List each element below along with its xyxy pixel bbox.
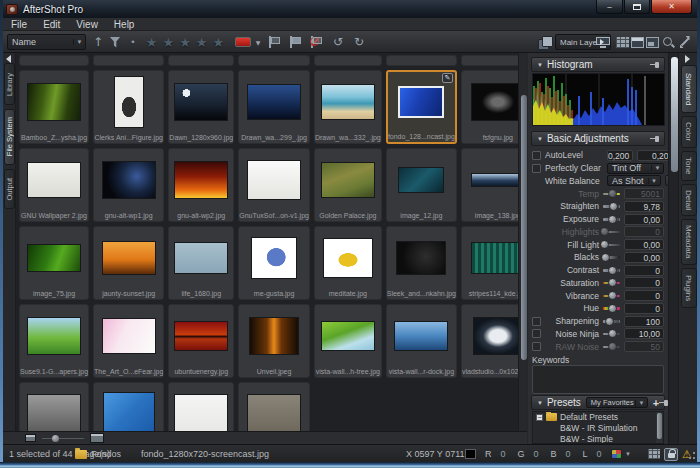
adjustment-value[interactable]: 0 <box>624 303 664 314</box>
large-thumbnails-icon[interactable] <box>90 433 104 443</box>
adjustment-slider[interactable] <box>603 329 620 339</box>
slider-knob[interactable] <box>608 278 617 287</box>
thumbnail-cell[interactable]: ✎ Dawn_1280x960.jpg <box>168 70 234 144</box>
star-icon[interactable]: ★ <box>212 35 224 50</box>
rotate-right-button[interactable]: ↻ <box>352 34 366 50</box>
panel-scrollbar[interactable] <box>668 53 678 444</box>
thumbnail-cell[interactable]: ✎ me-gusta.jpg <box>238 226 310 300</box>
thumbnail-cell[interactable]: ✎ Unveil.jpeg <box>238 304 310 378</box>
color-label-button[interactable] <box>234 34 252 50</box>
thumbnail-cell[interactable]: ✎ GNU Wallpaper 2.jpg <box>19 148 89 222</box>
adjustment-slider[interactable] <box>603 201 620 211</box>
collapse-icon[interactable]: ▼ <box>537 62 543 68</box>
thumbnail-cell[interactable]: ✎ gnu-alt-wp2.jpg <box>168 148 234 222</box>
adjustment-value[interactable]: 100 <box>624 316 664 327</box>
thumbnail-cell[interactable]: ✎ <box>314 55 382 66</box>
thumbnail-cell[interactable]: ✎ Drawn_wa...332_.jpg <box>314 70 382 144</box>
slider-knob[interactable] <box>608 342 617 351</box>
right-tab[interactable]: Detail <box>681 184 697 216</box>
color-label-dropdown[interactable]: ▼ <box>253 34 263 50</box>
adjustment-value[interactable]: 50 <box>624 341 664 352</box>
tree-expander-icon[interactable]: − <box>536 414 543 421</box>
thumbnail-cell[interactable]: ✎ <box>461 55 518 66</box>
collapse-icon[interactable]: ▼ <box>537 136 543 142</box>
thumbnail-cell[interactable]: ✎ ubuntuenergy.jpg <box>168 304 234 378</box>
star-icon[interactable]: ★ <box>179 35 191 50</box>
adjustment-checkbox[interactable] <box>532 329 541 338</box>
pin-icon[interactable] <box>659 399 660 407</box>
white-balance-dropdown[interactable]: As Shot ▼ <box>607 175 661 186</box>
menu-item[interactable]: View <box>76 19 98 30</box>
left-tab[interactable]: Library <box>4 63 15 105</box>
right-tab[interactable]: Color <box>681 116 697 148</box>
chevron-down-icon[interactable]: ▼ <box>625 451 631 457</box>
thumbnail-cell[interactable]: ✎ <box>19 382 89 431</box>
thumbnail-cell[interactable]: ✎ <box>386 55 457 66</box>
menu-item[interactable]: Help <box>114 19 135 30</box>
rating-none-button[interactable]: • <box>129 34 137 50</box>
thumbnail-cell[interactable]: ✎ <box>19 55 89 66</box>
adjustment-value[interactable]: 5001 <box>624 188 664 199</box>
slider-knob[interactable] <box>608 304 617 313</box>
color-profile-icon[interactable] <box>611 449 622 459</box>
thumbnail-cell[interactable]: ✎ fondo_128...ncast.jpg <box>386 70 457 144</box>
thumbnail-cell[interactable]: ✎ The_Art_O...eFear.jpg <box>93 304 164 378</box>
left-tab[interactable]: File System <box>4 109 15 165</box>
slider-knob[interactable] <box>608 291 617 300</box>
thumbnail-cell[interactable]: ✎ <box>238 382 310 431</box>
autolevel-checkbox[interactable] <box>532 151 541 160</box>
collapse-right-panel-icon[interactable] <box>685 55 690 63</box>
slider-knob[interactable] <box>600 227 609 236</box>
thumbnail-cell[interactable]: ✎ vladstudio...0x1024.jpg <box>461 304 518 378</box>
adjustment-checkbox[interactable] <box>532 317 541 326</box>
preset-item[interactable]: − B&W - Simple <box>533 433 663 444</box>
sort-by-dropdown[interactable]: Name ▼ <box>7 34 86 50</box>
star-icon[interactable]: ★ <box>163 35 175 50</box>
thumbnail-cell[interactable]: ✎ image_75.jpg <box>19 226 89 300</box>
slider-knob[interactable] <box>605 317 614 326</box>
slider-knob[interactable] <box>601 253 610 262</box>
basic-adjustments-section-header[interactable]: ▼ Basic Adjustments <box>531 131 665 146</box>
histogram-section-header[interactable]: ▼ Histogram <box>531 57 665 72</box>
thumbnail-cell[interactable]: ✎ <box>238 55 310 66</box>
adjustment-value[interactable]: 0 <box>624 265 664 276</box>
panel-scrollbar-thumb[interactable] <box>671 57 678 172</box>
adjustment-value[interactable]: 9,78 <box>624 201 664 212</box>
perfectly-clear-dropdown[interactable]: Tint Off ▼ <box>607 163 664 174</box>
collapse-icon[interactable]: ▼ <box>537 400 543 406</box>
slider-knob[interactable] <box>600 240 609 249</box>
title-bar[interactable]: AfterShot Pro – ✕ <box>0 0 700 18</box>
adjustment-slider[interactable] <box>603 240 620 250</box>
maximize-button[interactable] <box>624 0 650 14</box>
thumbnail-cell[interactable]: ✎ fsfgnu.jpg <box>461 70 518 144</box>
slider-knob[interactable] <box>608 329 617 338</box>
slider-knob[interactable] <box>609 202 618 211</box>
thumbnail-cell[interactable]: ✎ life_1680.jpg <box>168 226 234 300</box>
slider-knob[interactable] <box>608 266 617 275</box>
perfectly-clear-checkbox[interactable] <box>532 164 541 173</box>
presets-favorites-dropdown[interactable]: My Favorites ▼ <box>586 397 648 408</box>
thumbnail-size-slider[interactable] <box>42 434 84 442</box>
thumbnail-cell[interactable]: ✎ GnuTuxSof...on-v1.jpg <box>238 148 310 222</box>
presets-scrollbar-thumb[interactable] <box>657 413 662 439</box>
slider-knob[interactable] <box>608 189 617 198</box>
star-icon[interactable]: ★ <box>146 35 158 50</box>
grid-scrollbar-thumb[interactable] <box>521 95 527 360</box>
grid-toggle-icon[interactable] <box>648 449 660 459</box>
preview-view-button[interactable] <box>645 34 660 50</box>
thumbnail-cell[interactable]: ✎ Sleek_and...nkahn.jpg <box>386 226 457 300</box>
flag-reject-button[interactable] <box>308 34 322 50</box>
thumbnail-cell[interactable]: ✎ stripes114_kde.jpg <box>461 226 518 300</box>
current-folder[interactable]: Fondos <box>91 449 121 459</box>
adjustment-value[interactable]: 0 <box>624 226 664 237</box>
thumbnail-cell[interactable]: ✎ Clerks Ani...Figure.jpg <box>93 70 164 144</box>
menu-item[interactable]: Edit <box>43 19 60 30</box>
resize-grip[interactable] <box>686 451 696 461</box>
thumbnail-cell[interactable]: ✎ Suse9.1-G...apers.jpg <box>19 304 89 378</box>
keywords-input[interactable] <box>532 365 664 394</box>
adjustment-value[interactable]: 0,00 <box>624 252 664 263</box>
flag-pick-button[interactable] <box>287 34 301 50</box>
slider-knob[interactable] <box>608 215 617 224</box>
adjustment-slider[interactable] <box>603 291 620 301</box>
adjustment-value[interactable]: 10,00 <box>624 328 664 339</box>
